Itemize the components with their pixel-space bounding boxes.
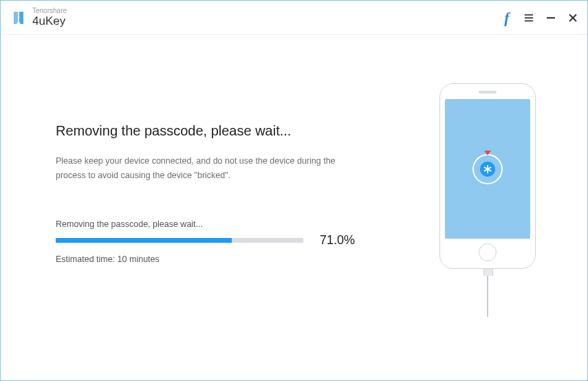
progress-row: 71.0% — [56, 233, 374, 248]
brand-product: 4uKey — [32, 15, 67, 28]
left-panel: Removing the passcode, please wait... Pl… — [56, 76, 381, 360]
minimize-icon[interactable] — [546, 13, 556, 23]
progress-label: Removing the passcode, please wait... — [56, 219, 374, 229]
page-description: Please keep your device connected, and d… — [56, 154, 345, 184]
progress-fill — [56, 238, 232, 243]
spinner-icon — [472, 154, 503, 184]
cable-icon — [487, 269, 488, 317]
phone-graphic — [439, 83, 536, 269]
logo-icon — [10, 10, 27, 26]
facebook-icon[interactable]: f — [502, 13, 512, 23]
menu-icon[interactable] — [524, 13, 534, 23]
app-window: Tenorshare 4uKey f Removing the passcode… — [0, 0, 588, 381]
close-icon[interactable] — [568, 13, 578, 23]
page-title: Removing the passcode, please wait... — [56, 123, 374, 139]
titlebar: Tenorshare 4uKey f — [1, 1, 587, 35]
device-illustration — [409, 76, 567, 360]
titlebar-actions: f — [502, 13, 578, 23]
phone-home-button-icon — [479, 243, 497, 261]
phone-screen — [445, 99, 530, 239]
content-area: Removing the passcode, please wait... Pl… — [1, 35, 587, 380]
progress-bar — [56, 238, 303, 243]
app-logo: Tenorshare 4uKey — [10, 8, 67, 27]
estimated-time: Estimated time: 10 minutes — [56, 254, 374, 264]
phone-speaker-icon — [479, 91, 497, 94]
progress-percent: 71.0% — [320, 233, 355, 248]
